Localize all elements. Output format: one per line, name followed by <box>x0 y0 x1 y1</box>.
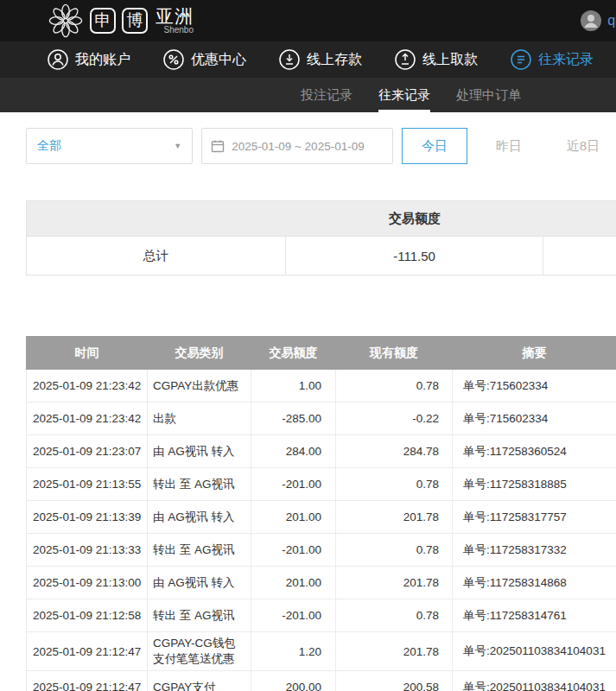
col-header-time: 时间 <box>27 337 148 370</box>
cell-time: 2025-01-09 21:13:39 <box>27 501 148 534</box>
nav-label: 往来记录 <box>538 51 594 69</box>
cell-type: 转出 至 AG视讯 <box>148 534 251 567</box>
date-range-value: 2025-01-09 ~ 2025-01-09 <box>232 140 365 153</box>
table-row: 2025-01-09 21:12:47 CGPAY-CG钱包支付笔笔送优惠 1.… <box>27 632 616 671</box>
logo-region: 亚洲 Shenbo <box>156 7 194 35</box>
quick-filter-today[interactable]: 今日 <box>402 128 467 164</box>
record-subtabs: 投注记录 往来记录 处理中订单 <box>0 78 616 112</box>
table-row: 2025-01-09 21:23:42 出款 -285.00 -0.22 单号:… <box>27 403 616 435</box>
cell-amount: -201.00 <box>251 468 336 501</box>
cell-memo: 单号:117258317332 <box>453 534 616 567</box>
nav-item-deposit[interactable]: 线上存款 <box>279 49 362 70</box>
cell-memo: 单号:117258318885 <box>453 468 616 501</box>
cell-balance: 0.78 <box>336 534 453 567</box>
cell-amount: 201.00 <box>251 501 336 534</box>
cell-memo: 单号:715602334 <box>453 403 616 435</box>
logo-region-cn: 亚洲 <box>156 7 194 25</box>
table-row: 2025-01-09 21:23:07 由 AG视讯 转入 284.00 284… <box>27 435 616 468</box>
cell-balance: 0.78 <box>336 370 453 403</box>
nav-label: 线上存款 <box>307 51 362 69</box>
table-row: 2025-01-09 21:13:55 转出 至 AG视讯 -201.00 0.… <box>27 468 616 501</box>
user-menu[interactable]: qh <box>580 0 616 41</box>
cell-memo: 单号:117258314868 <box>453 567 616 599</box>
tab-processing-orders[interactable]: 处理中订单 <box>456 78 521 112</box>
logo-char-1: 申 <box>90 8 116 34</box>
cell-memo: 单号:117258360524 <box>453 435 616 468</box>
summary-amount-header: 交易额度 <box>286 211 543 227</box>
table-row: 2025-01-09 21:13:39 由 AG视讯 转入 201.00 201… <box>27 501 616 534</box>
calendar-icon <box>211 139 225 153</box>
cell-amount: 201.00 <box>251 567 336 599</box>
date-range-input[interactable]: 2025-01-09 ~ 2025-01-09 <box>201 128 393 164</box>
col-header-memo: 摘要 <box>453 337 616 370</box>
nav-label: 我的账户 <box>75 51 130 69</box>
percent-icon <box>163 49 184 70</box>
table-row: 2025-01-09 21:12:47 CGPAY支付 200.00 200.5… <box>27 671 616 691</box>
records-icon <box>511 49 531 70</box>
cell-amount: 1.20 <box>251 632 336 671</box>
cell-amount: -201.00 <box>251 534 336 567</box>
logo-region-en: Shenbo <box>156 26 194 35</box>
nav-item-withdraw[interactable]: 线上取款 <box>395 49 478 70</box>
cell-time: 2025-01-09 21:12:58 <box>27 599 148 632</box>
withdraw-icon <box>395 49 416 70</box>
cell-time: 2025-01-09 21:13:33 <box>27 534 148 567</box>
cell-type: CGPAY支付 <box>148 671 251 691</box>
nav-item-promotions[interactable]: 优惠中心 <box>163 49 246 70</box>
cell-memo: 单号:202501103834104031 <box>453 632 616 671</box>
cell-memo: 单号:117258317757 <box>453 501 616 534</box>
cell-balance: 201.78 <box>336 567 453 599</box>
username-label: qh <box>607 13 616 29</box>
cell-amount: -285.00 <box>251 403 336 435</box>
cell-amount: 200.00 <box>251 671 336 691</box>
filter-bar: 全部 ▼ 2025-01-09 ~ 2025-01-09 今日 昨日 近8日 <box>0 112 616 164</box>
deposit-icon <box>279 49 300 70</box>
cell-memo: 单号:117258314761 <box>453 599 616 632</box>
cell-memo: 单号:202501103834104031 <box>453 671 616 691</box>
cell-type: CGPAY出款优惠 <box>148 370 251 403</box>
category-selected-value: 全部 <box>37 138 61 154</box>
cell-balance: 284.78 <box>336 435 453 468</box>
avatar-icon <box>580 10 602 32</box>
summary-total-label: 总计 <box>27 237 286 275</box>
summary-total-value: -111.50 <box>286 237 543 275</box>
cell-type: 转出 至 AG视讯 <box>148 468 251 501</box>
quick-filter-yesterday[interactable]: 昨日 <box>476 128 542 164</box>
cell-balance: 201.78 <box>336 632 453 671</box>
tab-transaction-records[interactable]: 往来记录 <box>378 78 430 112</box>
nav-item-records[interactable]: 往来记录 <box>511 49 594 70</box>
summary-header-row: 交易额度 <box>27 201 616 236</box>
cell-balance: 201.78 <box>336 501 453 534</box>
cell-type: 由 AG视讯 转入 <box>148 501 251 534</box>
cell-time: 2025-01-09 21:13:55 <box>27 468 148 501</box>
cell-type: CGPAY-CG钱包支付笔笔送优惠 <box>148 632 251 671</box>
summary-total-row: 总计 -111.50 <box>27 236 616 275</box>
nav-label: 线上取款 <box>422 51 478 69</box>
cell-memo: 单号:715602334 <box>453 370 616 403</box>
cell-amount: -201.00 <box>251 599 336 632</box>
tab-betting-records[interactable]: 投注记录 <box>301 78 352 112</box>
cell-amount: 1.00 <box>251 370 336 403</box>
cell-balance: 0.78 <box>336 468 453 501</box>
cell-time: 2025-01-09 21:23:42 <box>27 403 148 435</box>
cell-balance: 0.78 <box>336 599 453 632</box>
nav-label: 优惠中心 <box>191 51 246 69</box>
cell-time: 2025-01-09 21:23:42 <box>27 370 148 403</box>
nav-item-my-account[interactable]: 我的账户 <box>48 49 130 70</box>
cell-time: 2025-01-09 21:12:47 <box>27 632 148 671</box>
cell-type: 转出 至 AG视讯 <box>148 599 251 632</box>
table-row: 2025-01-09 21:23:42 CGPAY出款优惠 1.00 0.78 … <box>27 370 616 403</box>
cell-time: 2025-01-09 21:12:47 <box>27 671 148 691</box>
table-row: 2025-01-09 21:13:00 由 AG视讯 转入 201.00 201… <box>27 567 616 599</box>
summary-table: 交易额度 总计 -111.50 <box>26 200 616 276</box>
cell-type: 由 AG视讯 转入 <box>148 567 251 599</box>
col-header-type: 交易类别 <box>148 337 251 370</box>
cell-balance: -0.22 <box>336 403 453 435</box>
cell-time: 2025-01-09 21:13:00 <box>27 567 148 599</box>
chevron-down-icon: ▼ <box>174 142 181 150</box>
site-logo[interactable]: 申 博 亚洲 Shenbo <box>48 3 194 39</box>
col-header-balance: 现有额度 <box>336 337 453 370</box>
category-select[interactable]: 全部 ▼ <box>26 128 193 164</box>
flower-logo-icon <box>48 3 84 39</box>
quick-filter-8days[interactable]: 近8日 <box>550 128 616 164</box>
